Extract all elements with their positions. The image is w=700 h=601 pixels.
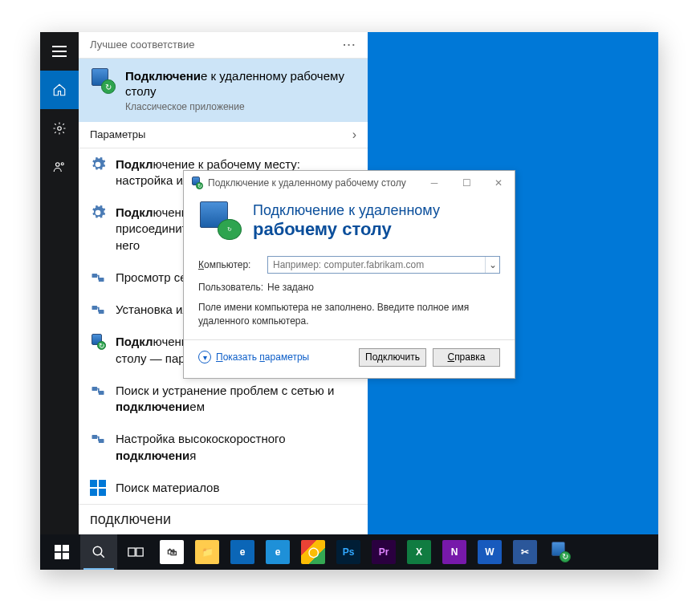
chevron-right-icon: › (352, 128, 356, 142)
results-header-label: Лучшее соответствие (90, 39, 194, 51)
svg-rect-22 (136, 548, 143, 556)
computer-label: Компьютер: (198, 259, 267, 270)
help-button[interactable]: Справка (433, 348, 500, 367)
rdp-header: ↻ Подключение к удаленному рабочему стол… (184, 195, 515, 251)
chrome-app[interactable]: ◯ (295, 534, 331, 570)
result-item-text: Поиск материалов (116, 480, 356, 496)
result-item-icon (90, 270, 106, 286)
snip-app[interactable]: ✂ (507, 534, 543, 570)
settings-button[interactable] (40, 109, 79, 148)
store-app[interactable]: 🛍 (154, 534, 189, 570)
computer-combo[interactable]: ⌄ (267, 256, 500, 274)
people-button[interactable] (40, 148, 79, 186)
close-button[interactable]: ✕ (482, 171, 515, 195)
user-label: Пользователь: (198, 282, 267, 293)
connect-button[interactable]: Подключить (359, 348, 426, 367)
rdp-icon: ↻ (90, 68, 116, 94)
svg-rect-17 (55, 553, 61, 559)
minimize-button[interactable]: ─ (418, 171, 450, 195)
svg-point-2 (61, 163, 63, 165)
result-item-5[interactable]: Поиск и устранение проблем с сетью и под… (79, 375, 368, 424)
rdp-titlebar[interactable]: ↻ Подключение к удаленному рабочему стол… (184, 171, 515, 195)
start-button[interactable] (43, 534, 80, 570)
start-rail (40, 32, 79, 534)
svg-point-1 (56, 163, 60, 167)
explorer-app[interactable]: 📁 (189, 534, 225, 570)
rdp-info-text: Поле имени компьютера не заполнено. Введ… (198, 301, 500, 328)
home-button[interactable] (40, 71, 79, 109)
svg-rect-10 (99, 439, 104, 443)
svg-rect-13 (90, 489, 97, 496)
svg-point-19 (93, 546, 102, 555)
svg-rect-9 (92, 435, 98, 439)
maximize-button[interactable]: ☐ (450, 171, 482, 195)
result-item-7[interactable]: Поиск материалов (79, 472, 368, 504)
hamburger-menu-button[interactable] (40, 32, 79, 71)
svg-line-20 (100, 554, 104, 558)
results-header: Лучшее соответствие ··· (79, 32, 368, 59)
taskview-button[interactable] (117, 534, 154, 570)
svg-rect-11 (90, 480, 97, 487)
result-item-icon: ↻ (90, 334, 106, 350)
result-item-icon (90, 431, 106, 447)
svg-rect-18 (63, 553, 69, 559)
result-item-text: Настройка высокоскоростного подключения (116, 431, 356, 464)
best-match-item[interactable]: ↻ Подключение к удаленному рабочему стол… (79, 59, 368, 122)
result-item-6[interactable]: Настройка высокоскоростного подключения (79, 423, 368, 472)
result-item-text: Поиск и устранение проблем с сетью и под… (116, 383, 356, 416)
result-item-icon (90, 302, 106, 318)
svg-rect-4 (99, 278, 104, 282)
rdp-taskbar-app[interactable]: ↻ (543, 534, 578, 570)
taskbar: 🛍 📁 e e ◯ Ps Pr X N W ✂ ↻ (40, 534, 658, 570)
svg-rect-16 (63, 545, 69, 551)
parameters-section[interactable]: Параметры › (79, 122, 368, 148)
svg-rect-6 (99, 310, 104, 314)
rdp-icon: ↻ (190, 177, 203, 189)
search-taskbar-button[interactable] (80, 534, 117, 570)
expand-icon: ▾ (198, 351, 211, 363)
best-match-title: Подключение к удаленному рабочему столу (125, 68, 356, 99)
svg-rect-5 (92, 306, 98, 310)
result-item-icon (90, 383, 106, 399)
best-match-subtitle: Классическое приложение (125, 101, 356, 112)
more-icon[interactable]: ··· (343, 39, 356, 51)
result-item-icon (90, 156, 106, 173)
excel-app[interactable]: X (401, 534, 437, 570)
svg-rect-12 (99, 480, 106, 487)
user-value: Не задано (267, 282, 314, 293)
svg-rect-15 (55, 545, 61, 551)
photoshop-app[interactable]: Ps (331, 534, 366, 570)
computer-input[interactable] (268, 257, 485, 273)
search-input[interactable] (90, 511, 356, 528)
svg-rect-3 (92, 274, 98, 278)
rdp-title: Подключение к удаленному рабочему столу (208, 177, 406, 189)
result-item-icon (90, 205, 106, 221)
edge-app[interactable]: e (225, 534, 260, 570)
rdp-large-icon: ↻ (198, 201, 242, 240)
svg-rect-8 (99, 391, 104, 395)
svg-rect-7 (92, 387, 98, 391)
result-item-icon (90, 480, 106, 496)
chevron-down-icon[interactable]: ⌄ (485, 257, 499, 273)
svg-rect-21 (128, 548, 135, 556)
search-box[interactable] (79, 504, 368, 534)
ie-app[interactable]: e (260, 534, 295, 570)
parameters-label: Параметры (90, 128, 145, 140)
show-options-link[interactable]: ▾ Показать параметры (198, 351, 309, 363)
premiere-app[interactable]: Pr (366, 534, 401, 570)
onenote-app[interactable]: N (437, 534, 472, 570)
word-app[interactable]: W (472, 534, 507, 570)
svg-rect-14 (99, 489, 106, 496)
rdp-header-line1: Подключение к удаленному (253, 202, 440, 219)
rdp-dialog: ↻ Подключение к удаленному рабочему стол… (183, 170, 515, 379)
rdp-header-line2: рабочему столу (253, 219, 440, 240)
svg-point-0 (58, 127, 62, 131)
